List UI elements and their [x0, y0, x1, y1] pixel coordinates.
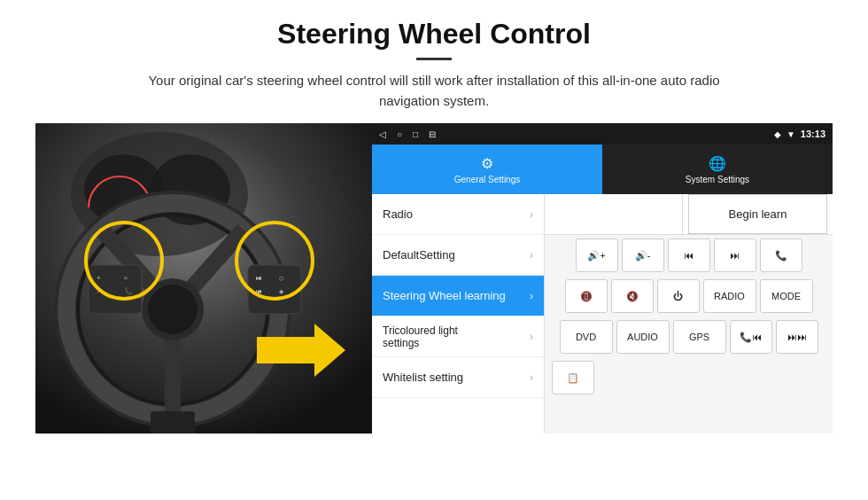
phone-end-button[interactable]: 📵: [565, 279, 608, 313]
right-grid: Begin learn 🔊+ 🔊- ⏮: [545, 194, 833, 434]
status-bar-left: ◁ ○ □ ⊟: [379, 129, 436, 139]
audio-button[interactable]: AUDIO: [616, 320, 670, 354]
back-icon: ◁: [379, 129, 386, 139]
highlight-circle-left: [84, 221, 164, 301]
empty-cell: [545, 194, 683, 234]
title-divider: [416, 58, 452, 60]
menu-radio-label: Radio: [383, 207, 413, 221]
vol-down-button[interactable]: 🔊-: [622, 238, 664, 272]
gps-button[interactable]: GPS: [673, 320, 726, 354]
list-icon: 📋: [567, 372, 579, 384]
phone-prev-icon: 📞⏮: [740, 332, 762, 343]
location-icon: ◆: [774, 129, 781, 139]
page-wrapper: Steering Wheel Control Your original car…: [0, 0, 868, 442]
menu-steering-label: Steering Wheel learning: [383, 289, 506, 302]
mute-button[interactable]: 🔇: [611, 279, 654, 313]
gps-label: GPS: [689, 332, 709, 342]
chevron-right-icon: ›: [530, 208, 533, 221]
begin-learn-button[interactable]: Begin learn: [688, 194, 827, 234]
chevron-right-icon: ›: [530, 249, 533, 262]
svg-rect-22: [151, 411, 195, 434]
menu-item-steering[interactable]: Steering Wheel learning ›: [372, 276, 544, 316]
menu-icon: ⊟: [429, 129, 436, 139]
chevron-right-icon: ›: [530, 290, 533, 302]
menu-item-radio[interactable]: Radio ›: [372, 194, 544, 235]
status-bar: ◁ ○ □ ⊟ ◆ ▼ 13:13: [372, 123, 833, 145]
title-section: Steering Wheel Control Your original car…: [35, 18, 833, 111]
signal-icon: ▼: [787, 129, 795, 139]
menu-item-default[interactable]: DefaultSetting ›: [372, 235, 544, 276]
steering-wheel-image: + ≈ - 📞 ⏭ ◇ ⏮ ◈: [35, 123, 372, 434]
list-button[interactable]: 📋: [552, 361, 594, 395]
svg-marker-23: [257, 324, 345, 377]
vol-up-button[interactable]: 🔊+: [576, 238, 618, 272]
subtitle: Your original car's steering wheel contr…: [124, 71, 744, 111]
tab-general-label: General Settings: [454, 175, 521, 184]
status-bar-right: ◆ ▼ 13:13: [774, 129, 825, 139]
tab-general[interactable]: ⚙ General Settings: [372, 145, 602, 194]
tab-bar: ⚙ General Settings 🌐 System Settings: [372, 145, 833, 194]
mode-label: MODE: [771, 291, 801, 301]
next-icon: ⏭: [730, 250, 740, 261]
system-settings-icon: 🌐: [709, 155, 726, 172]
page-title: Steering Wheel Control: [35, 18, 833, 51]
button-row-1: 🔊+ 🔊- ⏮ ⏭ 📞: [545, 235, 833, 276]
skip-next-icon: ⏭⏭: [787, 332, 807, 342]
chevron-right-icon: ›: [530, 371, 533, 384]
yellow-arrow: [257, 319, 345, 385]
power-button[interactable]: ⏻: [657, 279, 700, 313]
power-icon: ⏻: [673, 291, 683, 301]
prev-icon: ⏮: [684, 250, 694, 261]
button-row-4: 📋: [545, 357, 833, 398]
radio-label: RADIO: [714, 291, 745, 301]
phone-button[interactable]: 📞: [760, 238, 802, 272]
grid-top-row: Begin learn: [545, 194, 833, 235]
content-area: + ≈ - 📞 ⏭ ◇ ⏮ ◈: [35, 123, 833, 434]
highlight-circle-right: [235, 221, 314, 301]
status-time: 13:13: [801, 129, 825, 139]
menu-tricoloured-label: Tricoloured lightsettings: [383, 324, 458, 349]
mode-button[interactable]: MODE: [760, 279, 813, 313]
main-content: Radio › DefaultSetting › Steering Wheel …: [372, 194, 833, 434]
phone-prev-button[interactable]: 📞⏮: [730, 320, 772, 354]
menu-default-label: DefaultSetting: [383, 248, 455, 262]
next-button[interactable]: ⏭: [714, 238, 756, 272]
left-menu: Radio › DefaultSetting › Steering Wheel …: [372, 194, 545, 434]
vol-down-icon: 🔊-: [635, 250, 651, 262]
button-row-2: 📵 🔇 ⏻ RADIO MODE: [545, 276, 833, 316]
mute-icon: 🔇: [626, 291, 639, 302]
general-settings-icon: ⚙: [481, 155, 493, 172]
home-icon: ○: [397, 129, 402, 139]
menu-whitelist-label: Whitelist setting: [383, 371, 463, 384]
svg-point-11: [148, 285, 198, 334]
menu-item-tricoloured[interactable]: Tricoloured lightsettings ›: [372, 316, 544, 357]
tab-system[interactable]: 🌐 System Settings: [602, 145, 833, 194]
chevron-right-icon: ›: [530, 331, 533, 343]
radio-button[interactable]: RADIO: [703, 279, 756, 313]
menu-item-whitelist[interactable]: Whitelist setting ›: [372, 357, 544, 398]
vol-up-icon: 🔊+: [587, 250, 605, 262]
android-panel: ◁ ○ □ ⊟ ◆ ▼ 13:13 ⚙ General Settings: [372, 123, 833, 434]
dvd-label: DVD: [576, 332, 596, 342]
phone-end-icon: 📵: [580, 291, 593, 302]
skip-next-button[interactable]: ⏭⏭: [776, 320, 818, 354]
audio-label: AUDIO: [627, 332, 658, 342]
tab-system-label: System Settings: [686, 175, 749, 184]
phone-icon: 📞: [775, 250, 787, 262]
dvd-button[interactable]: DVD: [560, 320, 613, 354]
prev-button[interactable]: ⏮: [668, 238, 710, 272]
button-row-3: DVD AUDIO GPS 📞⏮ ⏭⏭: [545, 316, 833, 357]
recents-icon: □: [413, 129, 418, 139]
steering-bg: + ≈ - 📞 ⏭ ◇ ⏮ ◈: [35, 123, 372, 434]
